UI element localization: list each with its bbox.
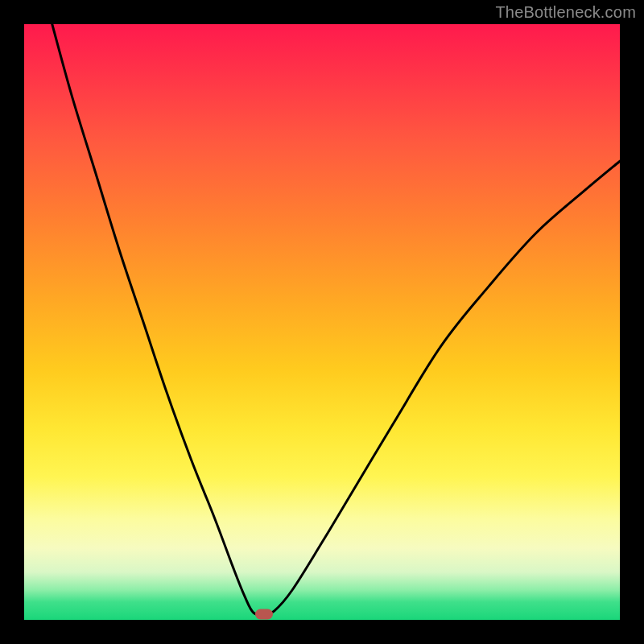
chart-frame: TheBottleneck.com <box>0 0 644 644</box>
plot-area <box>24 24 620 620</box>
curve-left-branch <box>52 24 264 615</box>
curve-svg <box>24 24 620 620</box>
minimum-marker <box>255 609 273 620</box>
curve-right-branch <box>264 161 620 614</box>
watermark-text: TheBottleneck.com <box>495 3 636 22</box>
